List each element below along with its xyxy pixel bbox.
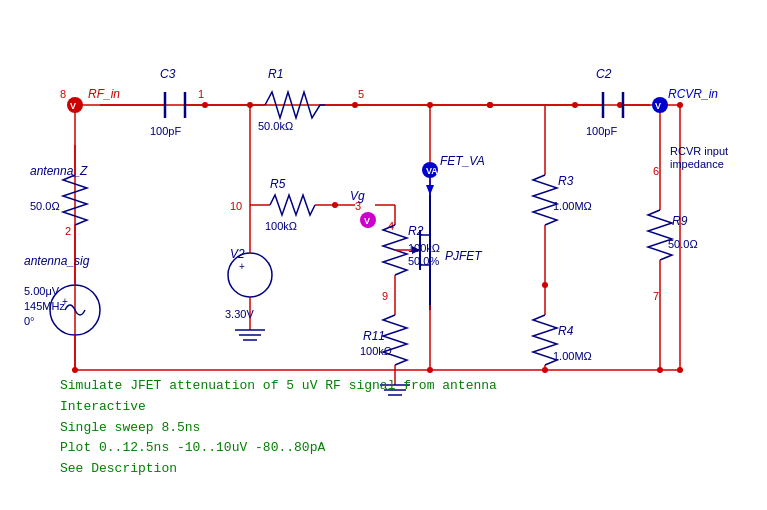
- info-line-3: Single sweep 8.5ns: [60, 418, 497, 439]
- svg-text:C2: C2: [596, 67, 612, 81]
- info-line-1: Simulate JFET attenuation of 5 uV RF sig…: [60, 376, 497, 397]
- svg-point-11: [677, 367, 683, 373]
- svg-text:V: V: [655, 101, 661, 111]
- svg-text:RCVR input: RCVR input: [670, 145, 728, 157]
- svg-text:2: 2: [65, 225, 71, 237]
- svg-text:100pF: 100pF: [586, 125, 617, 137]
- svg-text:1.00MΩ: 1.00MΩ: [553, 350, 592, 362]
- svg-text:R5: R5: [270, 177, 286, 191]
- svg-marker-79: [426, 185, 434, 195]
- svg-text:R9: R9: [672, 214, 688, 228]
- svg-point-81: [427, 367, 433, 373]
- svg-point-9: [677, 102, 683, 108]
- svg-text:100kΩ: 100kΩ: [360, 345, 392, 357]
- svg-text:R11: R11: [363, 329, 385, 343]
- svg-point-96: [572, 102, 578, 108]
- svg-text:100pF: 100pF: [150, 125, 181, 137]
- svg-text:50.0kΩ: 50.0kΩ: [258, 120, 293, 132]
- svg-text:FET_VA: FET_VA: [440, 154, 485, 168]
- svg-text:1: 1: [198, 88, 204, 100]
- info-line-5: See Description: [60, 459, 497, 480]
- svg-point-48: [332, 202, 338, 208]
- svg-point-90: [542, 282, 548, 288]
- svg-text:R3: R3: [558, 174, 574, 188]
- svg-text:R4: R4: [558, 324, 574, 338]
- svg-text:V2: V2: [230, 247, 245, 261]
- svg-text:RCVR_in: RCVR_in: [668, 87, 718, 101]
- svg-text:3.30V: 3.30V: [225, 308, 254, 320]
- svg-text:8: 8: [60, 88, 66, 100]
- svg-text:+: +: [239, 261, 245, 272]
- svg-text:50.0Ω: 50.0Ω: [30, 200, 60, 212]
- svg-text:VA: VA: [426, 166, 438, 176]
- svg-text:9: 9: [382, 290, 388, 302]
- svg-point-91: [542, 367, 548, 373]
- svg-text:5.00μV: 5.00μV: [24, 285, 60, 297]
- info-line-2: Interactive: [60, 397, 497, 418]
- svg-text:C3: C3: [160, 67, 176, 81]
- svg-text:100kΩ: 100kΩ: [265, 220, 297, 232]
- svg-text:antenna_sig: antenna_sig: [24, 254, 90, 268]
- svg-text:R1: R1: [268, 67, 283, 81]
- info-line-4: Plot 0..12.5ns -10..10uV -80..80pA: [60, 438, 497, 459]
- svg-point-104: [657, 367, 663, 373]
- svg-text:7: 7: [653, 290, 659, 302]
- svg-text:antenna_Z: antenna_Z: [30, 164, 88, 178]
- svg-point-31: [247, 102, 253, 108]
- svg-text:impedance: impedance: [670, 158, 724, 170]
- svg-text:0°: 0°: [24, 315, 35, 327]
- svg-text:RF_in: RF_in: [88, 87, 120, 101]
- svg-text:6: 6: [653, 165, 659, 177]
- svg-text:PJFET: PJFET: [445, 249, 483, 263]
- svg-text:V: V: [364, 216, 370, 226]
- info-text-block: Simulate JFET attenuation of 5 uV RF sig…: [60, 376, 497, 480]
- svg-text:145MHz: 145MHz: [24, 300, 65, 312]
- svg-text:10: 10: [230, 200, 242, 212]
- svg-text:R2: R2: [408, 224, 424, 238]
- svg-text:1.00MΩ: 1.00MΩ: [553, 200, 592, 212]
- svg-text:Vg: Vg: [350, 189, 365, 203]
- svg-text:50.0Ω: 50.0Ω: [668, 238, 698, 250]
- svg-text:V: V: [70, 101, 76, 111]
- svg-text:5: 5: [358, 88, 364, 100]
- schematic-canvas: C3 100pF R1 50.0kΩ C2 100pF R5 100kΩ: [0, 0, 767, 510]
